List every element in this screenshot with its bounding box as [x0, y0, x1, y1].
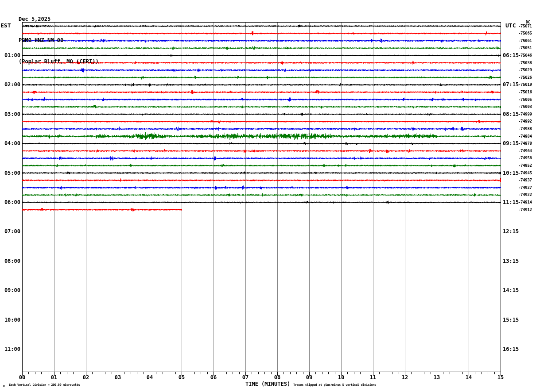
x-axis-tick-label: 08 [270, 374, 284, 380]
left-hour-label: 01:00 [0, 52, 20, 59]
left-timezone-label: EST [0, 22, 11, 29]
trace-count-value: -75003 [518, 104, 532, 109]
x-axis-tick-label: 05 [175, 374, 189, 380]
trace-count-value: -75038 [518, 61, 532, 65]
left-hour-label: 07:00 [0, 228, 20, 235]
x-axis-tick-label: 04 [143, 374, 157, 380]
trace-count-value: -74964 [518, 149, 532, 153]
x-axis-tick-label: 03 [111, 374, 125, 380]
x-axis-tick-label: 15 [493, 374, 508, 380]
x-axis-tick-label: 12 [398, 374, 412, 380]
trace-count-value: -74999 [518, 112, 532, 116]
x-axis-tick-label: 00 [15, 374, 29, 380]
left-hour-label: 09:00 [0, 287, 20, 294]
trace-count-value: -74912 [518, 208, 532, 212]
trace-count-value: -74922 [518, 192, 532, 197]
left-hour-label: 04:00 [0, 140, 20, 147]
x-axis-tick-label: 06 [206, 374, 221, 380]
trace-count-value: -74945 [518, 171, 532, 175]
x-axis-tick-label: 07 [238, 374, 252, 380]
title-location: (Poplar Bluff, MO (CERI)) [19, 58, 99, 65]
trace-count-value: -75026 [518, 75, 532, 80]
right-hour-label: 12:15 [503, 228, 529, 235]
trace-count-value: -74978 [518, 141, 532, 146]
x-axis-tick-label: 11 [366, 374, 380, 380]
x-axis-title: TIME (MINUTES) [245, 381, 290, 387]
trace-count-value: -74984 [518, 134, 532, 138]
trace-count-value: -75046 [518, 53, 532, 58]
x-axis-tick-label: 01 [47, 374, 61, 380]
trace-count-value: -75065 [518, 31, 532, 35]
trace-count-value: -75051 [518, 46, 532, 50]
left-hour-label: 11:00 [0, 346, 20, 353]
left-hour-label: 10:00 [0, 316, 20, 323]
left-hour-label: 08:00 [0, 257, 20, 265]
right-hour-label: 16:15 [503, 346, 529, 353]
right-hour-label: 15:15 [503, 316, 529, 323]
right-timezone-label: UTC [505, 22, 516, 29]
left-hour-label: 02:00 [0, 81, 20, 88]
trace-count-value: -75016 [518, 90, 532, 94]
right-hour-label: 13:15 [503, 257, 529, 265]
trace-count-value: -75005 [518, 97, 532, 102]
trace-count-value: -75029 [518, 68, 532, 72]
x-axis-tick-label: 02 [79, 374, 93, 380]
title-station: PBMO HNZ NM 00 [19, 37, 99, 44]
x-axis-tick-label: 14 [462, 374, 476, 380]
trace-count-value: -74992 [518, 119, 532, 123]
trace-count-value: -75061 [518, 38, 532, 43]
footer-corner-mark: M [3, 384, 5, 388]
x-axis-tick-label: 09 [302, 374, 316, 380]
trace-count-value: -74914 [518, 200, 532, 204]
trace-count-value: -74952 [518, 163, 532, 168]
footer-scale-note: Each Vertical Division = 200.00 microvol… [9, 383, 80, 387]
trace-count-value: -75071 [518, 24, 532, 28]
x-axis-tick-label: 10 [334, 374, 348, 380]
title-date: Dec 5,2025 [19, 15, 99, 23]
trace-count-value: -75019 [518, 82, 532, 87]
helicorder-screen: Dec 5,2025 PBMO HNZ NM 00 (Poplar Bluff,… [0, 0, 536, 392]
left-hour-label: 03:00 [0, 111, 20, 118]
right-hour-label: 14:15 [503, 287, 529, 294]
trace-count-value: -74937 [518, 178, 532, 182]
left-hour-label: 05:00 [0, 169, 20, 177]
x-axis-tick-label: 13 [430, 374, 444, 380]
footer-clip-note: Traces clipped at plus/minus 5 vertical … [293, 383, 376, 387]
title-block: Dec 5,2025 PBMO HNZ NM 00 (Poplar Bluff,… [19, 1, 99, 79]
left-hour-label: 06:00 [0, 199, 20, 206]
trace-count-value: -74988 [518, 127, 532, 131]
trace-count-value: -74927 [518, 185, 532, 190]
trace-count-value: -74958 [518, 156, 532, 160]
